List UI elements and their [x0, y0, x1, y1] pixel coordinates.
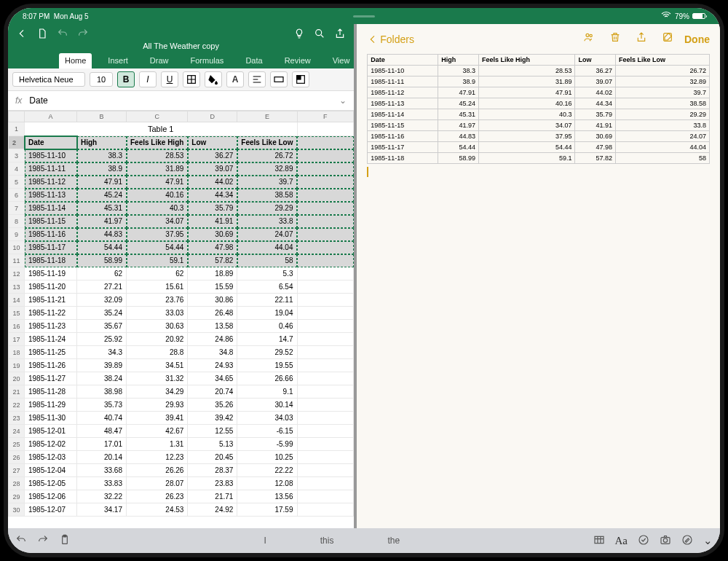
cell-style-button[interactable] — [292, 71, 309, 87]
keyboard-bar: I this the Aa ⌄ — [8, 528, 720, 553]
kb-undo-icon[interactable] — [15, 534, 27, 548]
formula-bar[interactable]: fx Date ⌄ — [8, 91, 354, 111]
svg-rect-2 — [274, 77, 283, 82]
screen: 8:07 PM Mon Aug 5 79% All The Weather co… — [8, 8, 720, 553]
ribbon: Helvetica Neue 10 B I U A — [8, 68, 354, 91]
svg-point-6 — [590, 34, 592, 36]
bold-button[interactable]: B — [117, 71, 135, 87]
undo-icon[interactable] — [56, 27, 69, 40]
ipad-frame: 8:07 PM Mon Aug 5 79% All The Weather co… — [4, 4, 724, 557]
back-button[interactable]: Folders — [367, 34, 414, 45]
pasted-table: DateHighFeels Like HighLowFeels Like Low… — [367, 54, 710, 164]
suggestion-1[interactable]: I — [242, 536, 288, 546]
compose-icon[interactable] — [658, 31, 677, 47]
redo-icon[interactable] — [76, 27, 90, 40]
svg-rect-9 — [63, 535, 66, 537]
status-date: Mon Aug 5 — [54, 12, 89, 20]
wifi-icon — [660, 9, 672, 23]
status-bar: 8:07 PM Mon Aug 5 79% — [8, 8, 720, 24]
ribbon-tabs: HomeInsertDrawFormulasDataReviewView — [15, 53, 347, 68]
back-label: Folders — [380, 34, 414, 45]
battery-icon — [692, 13, 705, 19]
split-view: All The Weather copy HomeInsertDrawFormu… — [8, 24, 720, 528]
collab-icon[interactable] — [579, 31, 598, 47]
tab-view[interactable]: View — [327, 53, 356, 68]
battery-pct: 79% — [675, 12, 689, 20]
svg-point-0 — [316, 30, 322, 36]
svg-rect-4 — [297, 76, 301, 79]
search-icon[interactable] — [313, 27, 326, 40]
kb-paste-icon[interactable] — [59, 534, 71, 548]
multitask-handle[interactable] — [353, 15, 375, 17]
trash-icon[interactable] — [606, 31, 625, 47]
font-color-button[interactable]: A — [226, 71, 244, 87]
borders-button[interactable] — [183, 71, 200, 87]
tab-data[interactable]: Data — [240, 53, 268, 68]
svg-rect-10 — [595, 536, 604, 543]
note-body[interactable]: DateHighFeels Like HighLowFeels Like Low… — [357, 54, 720, 528]
tab-review[interactable]: Review — [279, 53, 317, 68]
font-name-select[interactable]: Helvetica Neue — [12, 72, 85, 87]
svg-point-5 — [586, 34, 589, 36]
tab-draw[interactable]: Draw — [144, 53, 175, 68]
kb-collapse-icon[interactable]: ⌄ — [703, 534, 713, 547]
kb-table-icon[interactable] — [593, 534, 605, 548]
back-icon[interactable] — [15, 27, 28, 40]
lightbulb-icon[interactable] — [293, 27, 306, 40]
fx-value: Date — [29, 95, 332, 106]
share-icon[interactable] — [333, 27, 347, 40]
kb-markup-icon[interactable] — [681, 534, 693, 548]
tab-home[interactable]: Home — [59, 53, 92, 68]
file-icon[interactable] — [36, 27, 49, 40]
fx-label: fx — [15, 95, 22, 106]
chevron-down-icon[interactable]: ⌄ — [339, 95, 347, 106]
align-button[interactable] — [248, 71, 266, 87]
svg-point-11 — [639, 536, 648, 544]
font-size-select[interactable]: 10 — [90, 72, 113, 87]
done-button[interactable]: Done — [684, 34, 710, 45]
kb-format-icon[interactable]: Aa — [615, 535, 628, 547]
merge-button[interactable] — [270, 71, 288, 87]
share-icon[interactable] — [632, 31, 651, 47]
document-title: All The Weather copy — [15, 40, 347, 53]
status-time: 8:07 PM — [23, 12, 50, 20]
fill-color-button[interactable] — [205, 71, 222, 87]
tab-insert[interactable]: Insert — [102, 53, 134, 68]
excel-app: All The Weather copy HomeInsertDrawFormu… — [8, 24, 357, 528]
suggestion-3[interactable]: the — [365, 536, 422, 546]
notes-app: Folders Done DateHighFeels Like HighLowF… — [357, 24, 720, 528]
svg-point-13 — [663, 538, 667, 542]
text-cursor — [367, 167, 368, 177]
underline-button[interactable]: U — [161, 71, 178, 87]
kb-redo-icon[interactable] — [37, 534, 49, 548]
italic-button[interactable]: I — [139, 71, 157, 87]
suggestion-2[interactable]: this — [298, 536, 356, 546]
kb-checklist-icon[interactable] — [638, 534, 649, 548]
spreadsheet-grid[interactable]: ABCDEF1Table 12DateHighFeels Like HighLo… — [8, 111, 354, 528]
kb-camera-icon[interactable] — [660, 534, 671, 548]
tab-formulas[interactable]: Formulas — [185, 53, 230, 68]
